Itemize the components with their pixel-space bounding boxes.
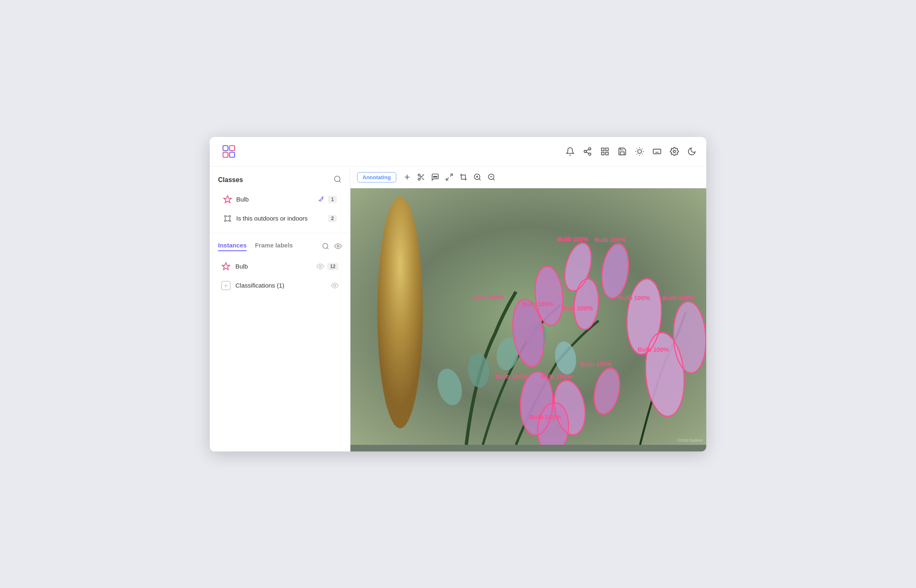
svg-rect-13: [602, 148, 604, 151]
svg-text:Bulb 100%: Bulb 100%: [561, 305, 593, 312]
svg-line-45: [327, 247, 328, 249]
svg-point-32: [673, 150, 676, 153]
annotation-toolbar: Annotating: [350, 167, 706, 188]
classifications-label: Classifications (1): [235, 282, 331, 289]
svg-point-33: [335, 176, 340, 181]
classifications-eye-icon[interactable]: [331, 282, 338, 289]
svg-text:Bulb 100%: Bulb 100%: [663, 294, 694, 301]
toolbar-zoom-in-icon[interactable]: [473, 173, 482, 181]
class-item-bulb[interactable]: Bulb 1: [218, 191, 342, 208]
svg-point-37: [229, 215, 231, 217]
logo: [220, 142, 238, 161]
toolbar-crop-icon[interactable]: [459, 173, 468, 181]
svg-rect-1: [230, 146, 235, 151]
svg-text:Bulb 100%: Bulb 100%: [496, 373, 528, 380]
svg-point-49: [334, 284, 336, 286]
toolbar-plus-icon[interactable]: [403, 173, 411, 181]
bulb-class-actions: 1: [318, 196, 337, 203]
keyboard-icon[interactable]: [652, 147, 662, 156]
dark-mode-icon[interactable]: [687, 147, 696, 156]
classes-section: Classes Bulb: [210, 167, 350, 229]
class-bulb-label: Bulb: [236, 196, 318, 203]
svg-text:Bulb 100%: Bulb 100%: [595, 236, 626, 243]
class-item-classification[interactable]: Is this outdoors or indoors 2: [218, 210, 342, 227]
svg-point-48: [319, 265, 321, 267]
svg-point-46: [337, 245, 339, 247]
svg-point-71: [377, 197, 423, 428]
bulb-instance-icon: [221, 262, 230, 271]
classifications-row[interactable]: + Classifications (1): [218, 277, 342, 294]
svg-rect-26: [653, 149, 661, 154]
svg-text:Bulb 100%: Bulb 100%: [638, 346, 669, 353]
instance-row-bulb[interactable]: Bulb 12: [218, 258, 342, 275]
svg-text:Bulb 100%: Bulb 100%: [580, 360, 612, 367]
svg-marker-47: [222, 262, 230, 269]
svg-point-57: [434, 176, 436, 178]
svg-point-44: [323, 243, 328, 248]
svg-line-61: [446, 178, 448, 180]
svg-point-59: [436, 176, 437, 178]
svg-text:Bulb 100%: Bulb 100%: [530, 413, 561, 420]
svg-text:Bulb 100%: Bulb 100%: [541, 373, 572, 380]
classes-header: Classes: [218, 175, 342, 185]
instances-eye-icon[interactable]: [334, 242, 342, 250]
svg-line-34: [339, 180, 341, 182]
svg-line-25: [642, 149, 643, 149]
classes-search-icon[interactable]: [333, 175, 342, 185]
svg-marker-35: [224, 195, 231, 202]
svg-rect-3: [230, 152, 235, 157]
toolbar-icons: [403, 173, 496, 181]
brightness-icon[interactable]: [635, 147, 644, 156]
svg-point-36: [225, 215, 226, 217]
classification-class-actions: 2: [328, 215, 337, 222]
bulb-instance-eye-icon[interactable]: [317, 263, 324, 270]
svg-rect-2: [223, 152, 228, 157]
svg-rect-16: [606, 152, 608, 155]
svg-point-52: [418, 174, 420, 176]
bulb-class-count: 1: [328, 196, 337, 203]
frame-labels-tab[interactable]: Frame labels: [255, 242, 293, 251]
save-icon[interactable]: [618, 147, 627, 156]
bulb-instance-label: Bulb: [235, 263, 317, 270]
classes-title: Classes: [218, 176, 243, 184]
svg-point-17: [638, 149, 641, 153]
toolbar-zoom-out-icon[interactable]: [487, 173, 496, 181]
svg-point-58: [433, 176, 434, 178]
toolbar-expand-icon[interactable]: [445, 173, 453, 181]
grid-icon[interactable]: [600, 147, 609, 156]
svg-rect-0: [223, 146, 228, 151]
classifications-expand-icon[interactable]: +: [221, 281, 230, 290]
svg-point-9: [584, 150, 587, 153]
bulb-class-icon: [223, 195, 232, 204]
svg-rect-62: [461, 175, 465, 179]
instances-tab[interactable]: Instances: [218, 242, 247, 251]
instances-tabs: Instances Frame labels: [218, 242, 342, 251]
svg-line-55: [422, 178, 424, 180]
classification-class-count: 2: [328, 215, 337, 222]
svg-point-53: [418, 178, 420, 180]
svg-text:©2024 Dyslexic: ©2024 Dyslexic: [677, 438, 703, 442]
class-classification-label: Is this outdoors or indoors: [236, 215, 328, 222]
instances-search-icon[interactable]: [322, 242, 329, 250]
svg-line-11: [586, 152, 589, 154]
settings-icon[interactable]: [670, 147, 679, 156]
svg-line-68: [493, 179, 494, 180]
svg-text:Bulb 100%: Bulb 100%: [522, 300, 554, 307]
toolbar-chat-icon[interactable]: [431, 173, 439, 181]
magic-wand-icon[interactable]: [318, 196, 326, 203]
svg-line-56: [420, 176, 421, 177]
app-window: Classes Bulb: [210, 137, 706, 451]
header: [210, 137, 706, 167]
instances-section: Instances Frame labels: [210, 233, 350, 302]
toolbar-scissors-icon[interactable]: [417, 173, 425, 181]
annotating-badge: Annotating: [357, 172, 396, 182]
main-content: Classes Bulb: [210, 167, 706, 451]
share-icon[interactable]: [583, 147, 592, 156]
svg-line-64: [479, 179, 480, 180]
svg-point-10: [589, 153, 591, 156]
svg-line-20: [637, 149, 637, 149]
bell-icon[interactable]: [566, 147, 575, 156]
svg-line-21: [642, 154, 643, 154]
svg-line-60: [450, 174, 452, 177]
header-icons: [566, 147, 696, 156]
